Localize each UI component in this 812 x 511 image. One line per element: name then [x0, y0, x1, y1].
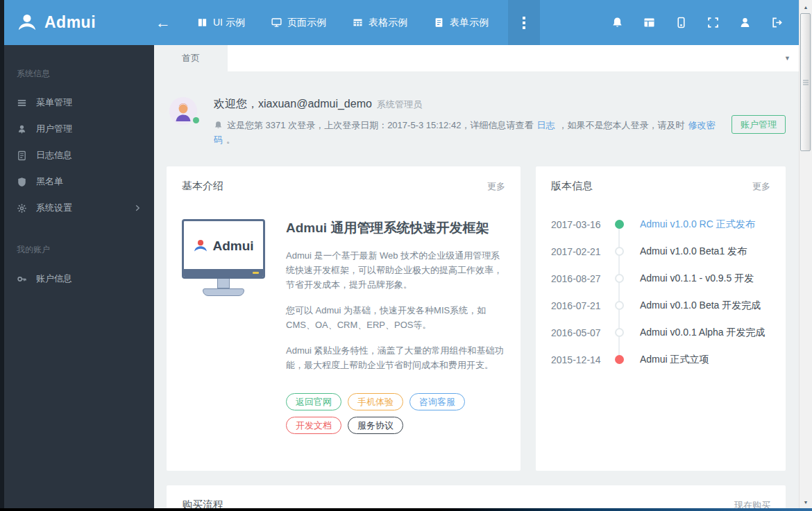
book-icon: [197, 17, 208, 28]
sidebar-item-label: 日志信息: [36, 149, 72, 162]
intro-card: 基本介绍 更多 Admui: [167, 166, 521, 471]
log-link[interactable]: 日志: [536, 120, 555, 130]
fullscreen-icon[interactable]: [707, 17, 719, 28]
sidebar-item-黑名单[interactable]: 黑名单: [0, 168, 154, 195]
menu-lines-icon: [17, 98, 27, 108]
sidebar-item-日志信息[interactable]: 日志信息: [0, 142, 154, 168]
brand[interactable]: Admui: [0, 12, 146, 33]
version-card-title: 版本信息: [551, 180, 593, 193]
intro-more-link[interactable]: 更多: [487, 180, 505, 193]
nav-item-页面示例[interactable]: 页面示例: [271, 0, 326, 45]
sidebar-item-账户信息[interactable]: 账户信息: [0, 266, 154, 292]
online-status-dot: [193, 117, 199, 123]
user-avatar[interactable]: [169, 97, 197, 125]
version-card-header: 版本信息 更多: [536, 166, 786, 193]
monitor-stand-neck: [217, 279, 230, 288]
gear-icon: [17, 203, 27, 214]
sidebar-item-label: 账户信息: [36, 272, 72, 285]
monitor-bezel: [184, 269, 263, 277]
tab-home[interactable]: 首页: [154, 45, 228, 71]
intro-paragraphs: Admui 是一个基于最新 Web 技术的企业级通用管理系统快速开发框架，可以帮…: [286, 248, 504, 372]
key-icon: [17, 274, 27, 284]
timeline-entry-link[interactable]: Admui v1.0.0 Beta1 发布: [640, 245, 747, 258]
mobile-icon[interactable]: [675, 17, 687, 28]
monitor-logo-text: Admui: [212, 239, 253, 254]
sidebar-section-label: 我的账户: [0, 244, 154, 256]
product-heading: Admui 通用管理系统快速开发框架: [286, 219, 504, 237]
version-more-link[interactable]: 更多: [752, 180, 770, 193]
timeline-row: 2017-02-21Admui v1.0.0 Beta1 发布: [551, 238, 786, 265]
version-card: 版本信息 更多 2017-03-16Admui v1.0.0 RC 正式发布20…: [536, 166, 786, 471]
pill-button-开发文档[interactable]: 开发文档: [286, 417, 341, 434]
timeline-entry-link[interactable]: Admui v0.0.1 Alpha 开发完成: [640, 327, 766, 339]
timeline-dot-column: [609, 301, 629, 310]
timeline-row: 2016-05-07Admui v0.0.1 Alpha 开发完成: [551, 319, 786, 346]
pill-button-返回官网[interactable]: 返回官网: [286, 393, 341, 410]
nav-item-表单示例[interactable]: 表单示例: [434, 0, 489, 45]
pill-button-服务协议[interactable]: 服务协议: [348, 417, 403, 434]
welcome-banner: 欢迎您，xiaxuan@admui_demo系统管理员 这是您第 3371 次登…: [154, 71, 800, 147]
display-icon: [271, 17, 282, 28]
sidebar-item-菜单管理[interactable]: 菜单管理: [0, 89, 154, 116]
user-icon[interactable]: [739, 17, 751, 28]
timeline-dot-hollow: [615, 274, 624, 283]
sidebar-item-系统设置[interactable]: 系统设置: [0, 195, 154, 221]
purchase-card-header: 购买流程 现在购买: [167, 485, 786, 511]
login-message: 这是您第 3371 次登录，上次登录日期：2017-5-3 15:12:42，详…: [214, 118, 716, 147]
intro-paragraph: 您可以 Admui 为基础，快速开发各种MIS系统，如 CMS、OA、CRM、E…: [286, 303, 504, 332]
nav-item-label: 表格示例: [369, 17, 407, 29]
bell-icon[interactable]: [611, 17, 623, 28]
timeline-dot-column: [609, 247, 629, 256]
menu-overflow-button[interactable]: [508, 0, 540, 45]
intro-paragraph: Admui 是一个基于最新 Web 技术的企业级通用管理系统快速开发框架，可以帮…: [286, 248, 504, 292]
nav-item-label: 页面示例: [287, 17, 326, 29]
timeline-entry-link[interactable]: Admui v1.0.0 RC 正式发布: [640, 218, 755, 231]
purchase-card: 购买流程 现在购买: [167, 485, 786, 511]
scrollbar-thumb[interactable]: [800, 13, 811, 151]
greeting-line: 欢迎您，xiaxuan@admui_demo系统管理员: [214, 97, 716, 112]
page-scrollbar[interactable]: ▲ ▼: [799, 0, 812, 511]
document-icon: [17, 150, 27, 161]
window-left-edge: [0, 0, 4, 511]
timeline-row: 2015-12-14Admui 正式立项: [551, 346, 786, 373]
monitor-stand-base: [203, 288, 244, 296]
timeline-entry-link[interactable]: Admui v0.1.0 Beta 开发完成: [640, 300, 761, 312]
timeline-dot-green: [615, 220, 624, 229]
form-icon: [434, 17, 444, 28]
tab-bar: 首页 ▼: [154, 45, 800, 71]
sidebar-item-label: 系统设置: [36, 202, 72, 214]
layout-icon[interactable]: [643, 17, 655, 28]
tabs-dropdown-caret[interactable]: ▼: [784, 45, 800, 71]
timeline-entry-link[interactable]: Admui v0.1.1 - v0.9.5 开发: [640, 272, 754, 285]
intro-text-column: Admui 通用管理系统快速开发框架 Admui 是一个基于最新 Web 技术的…: [286, 219, 504, 434]
timeline-row: 2017-03-16Admui v1.0.0 RC 正式发布: [551, 211, 786, 238]
sidebar: 系统信息菜单管理用户管理日志信息黑名单系统设置我的账户账户信息: [0, 45, 154, 511]
logout-icon[interactable]: [771, 17, 783, 28]
back-arrow-button[interactable]: ←: [155, 15, 171, 31]
welcome-text: 欢迎您，xiaxuan@admui_demo系统管理员 这是您第 3371 次登…: [214, 97, 716, 147]
timeline-dot-red: [615, 355, 624, 364]
timeline-dot-column: [609, 274, 629, 283]
timeline-entry-link[interactable]: Admui 正式立项: [640, 354, 709, 366]
shield-icon: [17, 177, 27, 187]
scroll-down-button[interactable]: ▼: [800, 496, 812, 508]
chevron-right-icon: [133, 204, 142, 212]
intro-card-title: 基本介绍: [182, 180, 223, 193]
sidebar-item-用户管理[interactable]: 用户管理: [0, 116, 154, 142]
sidebar-section-label: 系统信息: [0, 68, 154, 80]
greeting-text: 欢迎您，xiaxuan@admui_demo: [214, 98, 372, 110]
nav-item-表格示例[interactable]: 表格示例: [353, 0, 407, 45]
person-icon: [17, 124, 27, 135]
timeline-date: 2016-07-21: [551, 300, 609, 311]
account-manage-button[interactable]: 账户管理: [731, 115, 786, 134]
admui-app-window: Admui ← UI 示例页面示例表格示例表单示例 系统信息菜单管理用户管理日志…: [0, 0, 812, 511]
pill-button-咨询客服[interactable]: 咨询客服: [409, 393, 465, 410]
scroll-up-button[interactable]: ▲: [800, 1, 812, 12]
message-middle: ，如果不是您本人登录，请及时: [558, 120, 684, 130]
timeline-date: 2015-12-14: [551, 354, 609, 365]
navbar-actions: [611, 17, 800, 28]
main-menu: UI 示例页面示例表格示例表单示例: [197, 0, 489, 45]
pill-button-手机体验[interactable]: 手机体验: [348, 393, 403, 410]
nav-item-UI 示例[interactable]: UI 示例: [197, 0, 245, 45]
intro-action-buttons: 返回官网手机体验咨询客服开发文档服务协议: [286, 393, 504, 434]
